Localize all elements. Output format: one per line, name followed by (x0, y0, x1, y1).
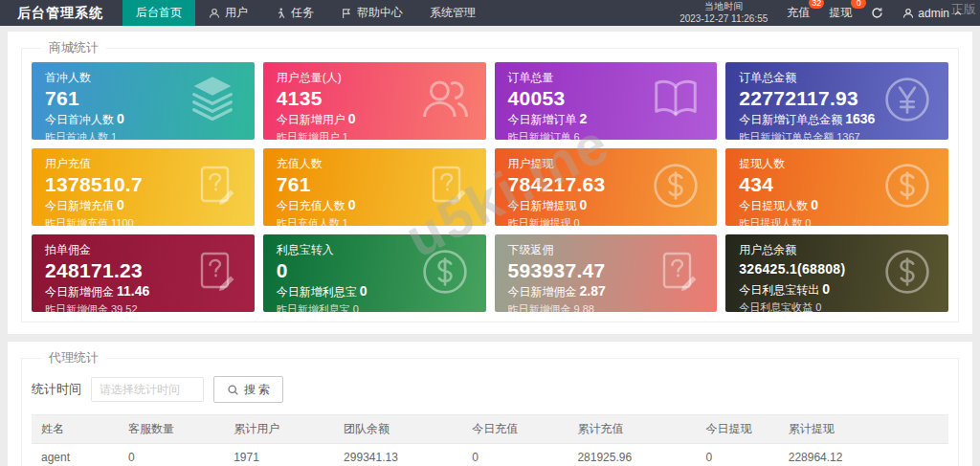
user-icon (902, 8, 914, 19)
dollar-circle-icon (650, 160, 702, 215)
doc-question-icon (193, 163, 239, 212)
doc-question-icon (193, 249, 239, 299)
mall-stats-fieldset: 商城统计 首冲人数761今日首冲人数0昨日首冲人数1用户总量(人)4135今日新… (21, 39, 959, 322)
stat-card-9: 利息宝转入0今日新增利息宝0昨日新增利息宝0 (263, 234, 486, 312)
username: admin (918, 7, 949, 20)
book-icon (650, 74, 702, 129)
users-icon (419, 74, 471, 129)
stat-card-11: 用户总余额326425.1(68808)今日利息宝转出0今日利息宝收益0 (725, 234, 948, 312)
card-yesterday-line: 昨日新增订单总金额1367 (739, 130, 935, 140)
refresh-icon[interactable] (871, 7, 883, 19)
recharge-link[interactable]: 充值 32 (787, 5, 810, 21)
dollar-circle-icon (881, 160, 933, 215)
card-yesterday-line: 昨日充值人数1 (277, 216, 473, 226)
card-yesterday-line: 昨日新增提现0 (508, 216, 704, 226)
table-header: 累计充值 (568, 415, 696, 444)
nav-item-label: 任务 (291, 5, 314, 21)
filter-form: 统计时间 搜 索 (32, 376, 948, 403)
withdraw-badge: 0 (851, 0, 866, 9)
stat-card-10: 下级返佣593937.47今日新增佣金2.87昨日新增佣金9.88 (495, 234, 718, 312)
local-time-value: 2023-12-27 11:26:55 (679, 13, 768, 26)
nav-item-1[interactable]: 用户 (195, 0, 261, 26)
mall-stats-panel: 商城统计 首冲人数761今日首冲人数0昨日首冲人数1用户总量(人)4135今日新… (8, 32, 972, 334)
table-cell: agent (32, 444, 119, 466)
search-button[interactable]: 搜 索 (213, 376, 283, 403)
nav-item-label: 帮助中心 (357, 5, 403, 21)
table-header: 累计用户 (224, 415, 334, 444)
nav-item-2[interactable]: 任务 (261, 0, 327, 26)
top-navbar: 后台管理系统 后台首页用户任务帮助中心系统管理 当地时间 2023-12-27 … (0, 0, 980, 26)
table-header-row: 姓名客服数量累计用户团队余额今日充值累计充值今日提现累计提现 (32, 415, 948, 444)
card-yesterday-line: 昨日新增佣金39.52 (45, 302, 241, 312)
chevron-up-icon (953, 9, 963, 18)
table-cell: 1971 (224, 444, 334, 466)
nav-item-3[interactable]: 帮助中心 (327, 0, 416, 26)
card-yesterday-line: 今日利息宝收益0 (739, 300, 935, 312)
agent-stats-legend: 代理统计 (41, 349, 106, 366)
layers-icon (186, 73, 239, 130)
table-row: agent01971299341.130281925.960228964.12 (32, 444, 948, 466)
agent-table: 姓名客服数量累计用户团队余额今日充值累计充值今日提现累计提现 agent0197… (32, 414, 948, 466)
table-cell: 0 (462, 444, 568, 466)
stat-card-5: 充值人数761今日充值人数0昨日充值人数1 (263, 148, 486, 226)
doc-question-icon (425, 163, 471, 212)
table-cell: 281925.96 (568, 444, 696, 466)
card-yesterday-line: 昨日新增利息宝0 (277, 302, 473, 312)
flag-icon (341, 8, 352, 19)
table-cell: 228964.12 (779, 444, 948, 466)
card-yesterday-line: 昨日新增用户1 (277, 130, 473, 140)
stat-time-input[interactable] (91, 377, 204, 402)
table-cell: 0 (696, 444, 778, 466)
walking-icon (275, 8, 286, 19)
stat-card-7: 提现人数434今日提现人数0昨日提现人数0 (725, 148, 948, 226)
app-title: 后台管理系统 (0, 0, 122, 26)
yuan-circle-icon (881, 74, 933, 129)
stat-card-1: 用户总量(人)4135今日新增用户0昨日新增用户1 (263, 62, 486, 140)
local-time: 当地时间 2023-12-27 11:26:55 (679, 1, 768, 25)
table-header: 客服数量 (119, 415, 224, 444)
stat-card-6: 用户提现784217.63今日新增提现0昨日新增提现0 (495, 148, 718, 226)
table-header: 团队余额 (334, 415, 462, 444)
table-header: 姓名 (32, 415, 119, 444)
main-menu: 后台首页用户任务帮助中心系统管理 (122, 0, 489, 26)
withdraw-link[interactable]: 提现 0 (829, 5, 852, 21)
mall-stats-legend: 商城统计 (41, 39, 106, 56)
stat-cards-grid: 首冲人数761今日首冲人数0昨日首冲人数1用户总量(人)4135今日新增用户0昨… (32, 62, 948, 312)
stat-card-2: 订单总量40053今日新增订单2昨日新增订单6 (495, 62, 718, 140)
nav-item-label: 系统管理 (430, 5, 476, 21)
nav-item-0[interactable]: 后台首页 (122, 0, 195, 26)
table-header: 累计提现 (779, 415, 948, 444)
filter-label: 统计时间 (32, 381, 81, 398)
card-yesterday-line: 昨日新增订单6 (508, 130, 704, 140)
stat-card-3: 订单总金额22772117.93今日新增订单总金额1636昨日新增订单总金额13… (725, 62, 948, 140)
stat-card-0: 首冲人数761今日首冲人数0昨日首冲人数1 (32, 62, 255, 140)
recharge-badge: 32 (809, 0, 824, 9)
stat-card-8: 拍单佣金248171.23今日新增佣金11.46昨日新增佣金39.52 (32, 234, 255, 312)
nav-item-label: 后台首页 (136, 5, 182, 21)
navbar-right: 当地时间 2023-12-27 11:26:55 充值 32 提现 0 admi… (679, 0, 980, 26)
table-cell: 0 (119, 444, 224, 466)
card-yesterday-line: 昨日提现人数0 (739, 216, 935, 226)
local-time-label: 当地时间 (679, 1, 768, 13)
agent-stats-panel: 代理统计 统计时间 搜 索 姓名客服数量累计用户团队余额今日充值累计充值今日提现… (8, 342, 972, 466)
dollar-circle-icon (881, 246, 933, 301)
user-menu[interactable]: admin (902, 7, 963, 20)
search-icon (227, 384, 239, 396)
nav-item-label: 用户 (225, 5, 248, 21)
main-content: 商城统计 首冲人数761今日首冲人数0昨日首冲人数1用户总量(人)4135今日新… (8, 32, 972, 466)
nav-item-4[interactable]: 系统管理 (416, 0, 489, 26)
user-icon (209, 8, 220, 19)
doc-question-icon (656, 249, 702, 299)
card-yesterday-line: 昨日首冲人数1 (45, 130, 241, 140)
card-yesterday-line: 昨日新增佣金9.88 (508, 302, 704, 312)
dollar-circle-icon (419, 246, 471, 301)
table-cell: 299341.13 (334, 444, 462, 466)
stat-card-4: 用户充值1378510.7今日新增充值0昨日新增充值1100 (32, 148, 255, 226)
table-header: 今日充值 (462, 415, 568, 444)
table-header: 今日提现 (696, 415, 778, 444)
card-yesterday-line: 昨日新增充值1100 (45, 216, 241, 226)
agent-stats-fieldset: 代理统计 统计时间 搜 索 姓名客服数量累计用户团队余额今日充值累计充值今日提现… (21, 349, 959, 466)
